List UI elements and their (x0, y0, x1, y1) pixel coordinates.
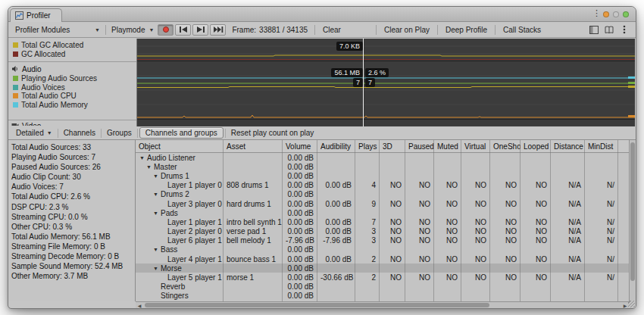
column-header-mindist[interactable]: MinDist (585, 142, 618, 151)
window-menu-kebab-icon[interactable]: ⋮ (592, 8, 601, 18)
virtual-cell: NO (461, 255, 490, 264)
distance-cell: N/A (551, 227, 585, 235)
column-header-looped[interactable]: Looped (521, 142, 551, 151)
tab-groups[interactable]: Groups (102, 127, 137, 139)
plays-cell: 9 (355, 200, 380, 208)
video-module-header[interactable]: Video (8, 120, 136, 126)
record-button[interactable] (158, 24, 174, 36)
audio-chart[interactable]: 56.1 MB 2.6 % 7 7 (137, 61, 635, 120)
column-header-object[interactable]: Object (136, 142, 224, 151)
current-frame-button[interactable] (210, 24, 226, 36)
table-row[interactable]: Reverb0.00 dB (136, 282, 629, 292)
horizontal-scrollbar-thumb[interactable] (145, 303, 489, 307)
table-row[interactable]: ▼Bass0.00 dB (136, 245, 629, 254)
object-label: Layer 6 player 1 (167, 236, 222, 245)
table-row[interactable]: Layer 6 player 1bell melody 1-7.96 dB-7.… (136, 236, 629, 245)
frame-playhead[interactable] (363, 39, 364, 126)
tab-channels-and-groups[interactable]: Channels and groups (139, 127, 224, 139)
column-header-paused[interactable]: Paused (405, 142, 434, 151)
asset-cell: intro bell synth 1 (224, 218, 283, 226)
legend-item-gc-allocated[interactable]: GC Allocated (8, 49, 136, 58)
call-stacks-button[interactable]: Call Stacks (498, 24, 546, 36)
table-row[interactable]: ▼Drums 10.00 dB (136, 171, 629, 180)
scroll-left-arrow-icon[interactable]: ◀ (136, 302, 143, 308)
object-cell: Layer 4 player 1 (136, 255, 224, 264)
table-row[interactable]: ▼Drums 20.00 dB (136, 190, 629, 199)
window-minimize-button[interactable] (603, 11, 609, 17)
playmode-dropdown[interactable]: Playmode▼ (108, 24, 157, 36)
tab-channels[interactable]: Channels (58, 127, 101, 139)
audio-module-header[interactable]: Audio (8, 64, 136, 74)
stat-line: Sample Sound Memory: 52.4 MB (11, 261, 132, 271)
memory-chart[interactable]: 7.0 KB (137, 39, 635, 61)
foldout-arrow-icon[interactable]: ▼ (146, 164, 154, 170)
detailed-view-dropdown[interactable]: Detailed▼ (11, 127, 58, 139)
column-header-oneshot[interactable]: OneShot (490, 142, 521, 151)
chevron-down-icon: ▼ (95, 27, 100, 33)
table-row[interactable]: ▼Pads0.00 dB (136, 208, 629, 217)
resize-grip[interactable] (628, 301, 635, 307)
table-row[interactable]: ▼Morse0.00 dB (136, 264, 629, 273)
looped-cell: NO (521, 255, 551, 264)
horizontal-scrollbar[interactable]: ◀ ▶ (136, 301, 629, 308)
window-maximize-button[interactable] (623, 11, 629, 17)
audio-count-badge: 7 (365, 78, 375, 87)
column-header-distance[interactable]: Distance (551, 142, 585, 151)
window-restore-button[interactable] (613, 11, 619, 17)
context-menu-button[interactable] (617, 24, 632, 36)
foldout-arrow-icon[interactable]: ▼ (153, 266, 161, 271)
legend-item-audio-voices[interactable]: Audio Voices (8, 83, 136, 92)
column-header-asset[interactable]: Asset (224, 142, 283, 151)
clear-on-play-button[interactable]: Clear on Play (379, 24, 435, 36)
table-row[interactable]: Layer 5 player 1morse 10.00 dB-30.66 dB2… (136, 273, 629, 282)
next-frame-button[interactable] (192, 24, 208, 36)
details-view-button[interactable] (586, 24, 602, 36)
deep-profile-button[interactable]: Deep Profile (440, 24, 492, 36)
profiler-modules-dropdown[interactable]: Profiler Modules▼ (12, 24, 103, 36)
foldout-arrow-icon[interactable]: ▼ (153, 247, 161, 252)
distance-cell: N/A (551, 273, 585, 282)
foldout-arrow-icon[interactable]: ▼ (153, 192, 161, 197)
foldout-arrow-icon[interactable]: ▼ (139, 155, 147, 161)
legend-item-total-audio-memory[interactable]: Total Audio Memory (8, 101, 136, 110)
column-header-audibility[interactable]: Audibility (317, 142, 355, 151)
video-chart[interactable] (137, 120, 635, 125)
volume-cell: 0.00 dB (283, 200, 317, 208)
looped-cell: NO (521, 181, 551, 189)
video-icon (11, 123, 19, 126)
column-header-plays[interactable]: Plays (355, 142, 380, 151)
legend-item-total-gc-allocated[interactable]: Total GC Allocated (8, 40, 136, 49)
previous-frame-button[interactable] (175, 24, 191, 36)
foldout-arrow-icon[interactable]: ▼ (153, 173, 161, 179)
legend-item-total-audio-cpu[interactable]: Total Audio CPU (8, 92, 136, 101)
volume-cell: 0.00 dB (283, 282, 317, 291)
chart-plot-area[interactable]: 7.0 KB 56.1 MB 2.6 % 7 (137, 39, 635, 126)
title-bar[interactable]: Profiler ⋮ (8, 7, 636, 22)
table-row[interactable]: Layer 2 player 0verse pad 10.00 dB0.00 d… (136, 227, 629, 236)
column-header-3d[interactable]: 3D (380, 142, 405, 151)
volume-cell: 0.00 dB (283, 218, 317, 226)
clear-button[interactable]: Clear (317, 24, 346, 36)
table-row[interactable]: Stingers0.00 dB (136, 292, 629, 301)
asset-cell: verse pad 1 (224, 227, 283, 235)
volume-cell: 0.00 dB (283, 163, 317, 171)
column-header-muted[interactable]: Muted (434, 142, 461, 151)
volume-cell: 0.00 dB (283, 172, 317, 180)
profiler-window-tab[interactable]: Profiler (10, 8, 62, 22)
table-row[interactable]: Layer 3 player 0hard drums 10.00 dB0.00 … (136, 199, 629, 208)
object-cell: ▼Bass (136, 245, 224, 254)
vertical-scrollbar[interactable] (629, 140, 636, 301)
table-row[interactable]: Layer 1 player 1intro bell synth 10.00 d… (136, 217, 629, 226)
table-row[interactable]: ▼Audio Listener0.00 dB (136, 153, 629, 162)
column-header-virtual[interactable]: Virtual (461, 142, 490, 151)
legend-item-playing-audio-sources[interactable]: Playing Audio Sources (8, 74, 136, 83)
table-row[interactable]: ▼Master0.00 dB (136, 162, 629, 171)
table-row[interactable]: Layer 1 player 0808 drums 10.00 dB0.00 d… (136, 181, 629, 190)
column-header-volume[interactable]: Volume (283, 142, 317, 151)
manual-button[interactable] (602, 24, 617, 36)
table-row[interactable]: Layer 4 player 1bounce bass 10.00 dB0.00… (136, 254, 629, 264)
foldout-arrow-icon[interactable]: ▼ (153, 211, 161, 216)
oneshot-cell: NO (490, 255, 521, 264)
vertical-scrollbar-thumb[interactable] (630, 142, 635, 281)
reset-play-count-button[interactable]: Reset play count on play (226, 127, 320, 139)
